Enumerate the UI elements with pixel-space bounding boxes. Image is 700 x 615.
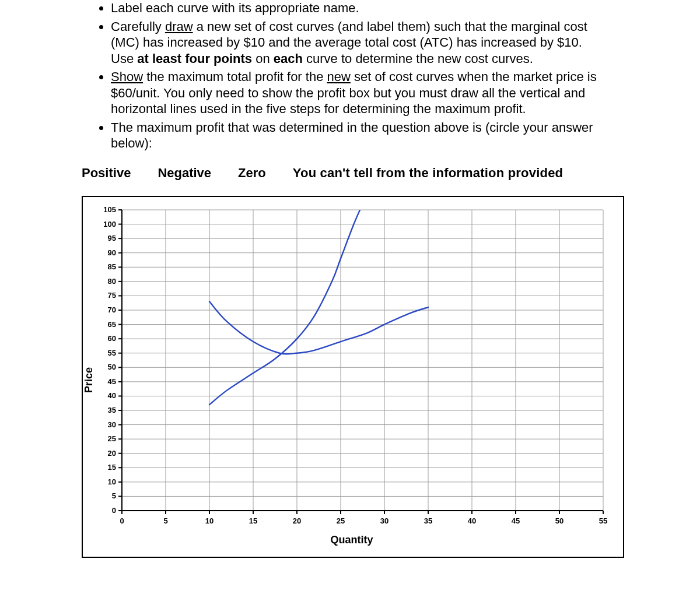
instruction-item: Label each curve with its appropriate na… xyxy=(111,0,607,16)
svg-text:55: 55 xyxy=(599,516,607,525)
svg-text:60: 60 xyxy=(108,334,116,343)
svg-text:50: 50 xyxy=(555,516,564,525)
svg-text:105: 105 xyxy=(103,205,116,214)
svg-text:30: 30 xyxy=(108,420,116,428)
svg-text:55: 55 xyxy=(108,348,116,357)
svg-text:80: 80 xyxy=(108,276,116,285)
chart-container: Price 0510152025303540455055606570758085… xyxy=(82,196,624,558)
svg-text:40: 40 xyxy=(108,391,116,400)
svg-text:15: 15 xyxy=(108,463,116,472)
answer-negative: Negative xyxy=(158,166,211,181)
svg-text:40: 40 xyxy=(468,516,476,525)
svg-text:10: 10 xyxy=(108,477,116,486)
svg-text:0: 0 xyxy=(120,516,124,525)
svg-text:25: 25 xyxy=(108,434,116,443)
svg-text:0: 0 xyxy=(112,506,116,515)
answer-zero: Zero xyxy=(238,166,266,181)
svg-text:35: 35 xyxy=(108,406,116,414)
svg-text:5: 5 xyxy=(112,491,116,500)
svg-text:30: 30 xyxy=(380,516,388,525)
curve-mc xyxy=(209,204,363,405)
cost-curve-chart: 0510152025303540455055606570758085909510… xyxy=(90,204,609,530)
answer-positive: Positive xyxy=(82,166,131,181)
instruction-list: Label each curve with its appropriate na… xyxy=(111,0,607,152)
answer-options: Positive Negative Zero You can't tell fr… xyxy=(82,166,677,181)
svg-text:100: 100 xyxy=(103,219,116,228)
svg-text:90: 90 xyxy=(108,248,116,256)
y-axis-label: Price xyxy=(83,367,95,393)
svg-text:10: 10 xyxy=(205,516,214,525)
svg-text:75: 75 xyxy=(108,291,116,300)
svg-text:45: 45 xyxy=(512,516,520,525)
svg-text:85: 85 xyxy=(108,262,116,271)
svg-text:95: 95 xyxy=(108,234,116,243)
svg-text:50: 50 xyxy=(108,363,116,371)
answer-cant-tell: You can't tell from the information prov… xyxy=(293,166,563,181)
x-axis-label: Quantity xyxy=(90,534,614,546)
svg-text:65: 65 xyxy=(108,319,116,328)
instruction-item: Show the maximum total profit for the ne… xyxy=(111,69,607,117)
svg-text:35: 35 xyxy=(424,516,432,525)
svg-text:25: 25 xyxy=(337,516,345,525)
svg-text:20: 20 xyxy=(293,516,301,525)
svg-text:5: 5 xyxy=(163,516,167,525)
svg-text:45: 45 xyxy=(108,377,116,385)
svg-text:15: 15 xyxy=(249,516,257,525)
svg-text:20: 20 xyxy=(108,448,116,457)
instruction-item: The maximum profit that was determined i… xyxy=(111,120,607,152)
instruction-item: Carefully draw a new set of cost curves … xyxy=(111,19,607,67)
svg-text:70: 70 xyxy=(108,305,116,314)
